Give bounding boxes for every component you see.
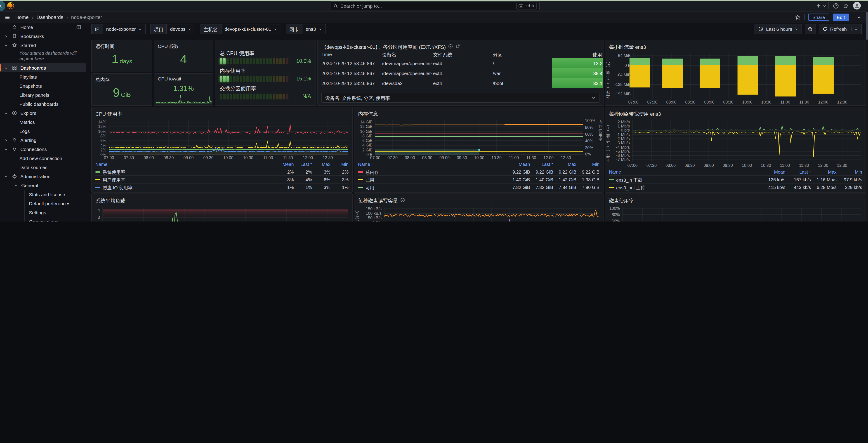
- keyboard-icon: [519, 4, 523, 8]
- panel-title[interactable]: 磁盘使用率: [609, 196, 634, 203]
- page-scrollbar[interactable]: [866, 11, 868, 222]
- legend-row[interactable]: ens3_out 上传415 kb/s443 kb/s6.28 Mb/s329 …: [609, 183, 862, 191]
- breadcrumb-home[interactable]: Home: [16, 14, 29, 20]
- variable-value[interactable]: ens3: [303, 24, 326, 34]
- search-input[interactable]: Search or jump to... ctrl+k: [330, 1, 540, 10]
- panel-usage-gauges[interactable]: 总 CPU 使用率10.0%内存使用率15.1%交换分区使用率N/A: [215, 40, 316, 106]
- mega-menu-toggle[interactable]: [4, 14, 10, 20]
- sidebar-item-connections[interactable]: Connections: [0, 145, 86, 154]
- panel-title[interactable]: 每秒网络带宽使用 ens3: [609, 109, 661, 117]
- variable-项目[interactable]: 项目devops: [150, 24, 195, 34]
- legend-row[interactable]: 系统使用率2%2%3%2%: [95, 168, 348, 176]
- panel-title[interactable]: 每秒磁盘读写容量: [358, 196, 398, 203]
- panel-title[interactable]: 内存信息: [358, 109, 378, 117]
- legend-row[interactable]: ens3_in 下载126 kb/s167 kb/s1.16 Mb/s97.9 …: [609, 176, 862, 183]
- zoom-out-button[interactable]: [805, 24, 816, 34]
- sidebar-item-alerting[interactable]: Alerting: [0, 136, 86, 145]
- star-dashboard-icon[interactable]: [795, 14, 801, 20]
- sidebar-item-bookmarks[interactable]: Bookmarks: [0, 32, 86, 41]
- edit-button[interactable]: Edit: [833, 13, 849, 21]
- disk-usage-chart[interactable]: 07:0007:3008:0008:3009:0009:3010:0010:30…: [605, 204, 866, 222]
- legend-row[interactable]: 总内存9.22 GiB9.22 GiB9.22 GiB9.22 GiB: [358, 168, 599, 176]
- sidebar-item-general[interactable]: General: [0, 181, 86, 190]
- sidebar-item-label: Administration: [20, 173, 51, 179]
- grafana-logo-icon[interactable]: [7, 2, 14, 9]
- sidebar-item-explore[interactable]: Explore: [0, 108, 86, 118]
- variable-value[interactable]: devops-k8s-cluster-01: [221, 24, 281, 34]
- add-chevron-down-icon[interactable]: [820, 2, 828, 9]
- variable-IP[interactable]: IPnode-exporter: [91, 24, 146, 34]
- table-field-select[interactable]: 设备名, 文件系统, 分区, 使用率: [321, 93, 599, 103]
- sidebar-item-dashboards[interactable]: Dashboards: [0, 63, 86, 72]
- legend-row[interactable]: 可用7.82 GiB7.82 GiB7.84 GiB7.80 GiB: [358, 183, 599, 191]
- legend-row[interactable]: 用户使用率3%4%6%3%: [95, 176, 348, 183]
- sidebar-item-label: Snapshots: [20, 83, 42, 89]
- sidebar-item-public-dashboards[interactable]: Public dashboards: [0, 99, 86, 108]
- news-rss-icon[interactable]: [843, 2, 850, 9]
- variable-value[interactable]: node-exporter: [103, 24, 145, 34]
- disk-rw-bytes-chart[interactable]: 07:0007:3008:0008:3009:0009:3010:0010:30…: [354, 204, 603, 222]
- sidebar-item-library-panels[interactable]: Library panels: [0, 90, 86, 99]
- panel-title[interactable]: 每小时流量 ens3: [609, 43, 646, 50]
- chevron-down-icon: [138, 27, 142, 31]
- panel-cpu-cores[interactable]: CPU 核数 4: [154, 40, 213, 72]
- sidebar-item-label: Home: [20, 24, 33, 30]
- cpu-usage-chart[interactable]: 07:0007:3008:0008:3009:0009:3010:0010:30…: [92, 118, 352, 161]
- org-avatar[interactable]: A: [0, 0, 5, 11]
- variable-主机名[interactable]: 主机名devops-k8s-cluster-01: [200, 24, 281, 34]
- panel-title[interactable]: 系统平均负载: [95, 196, 125, 203]
- refresh-button[interactable]: Refresh: [819, 24, 862, 34]
- share-button[interactable]: Share: [808, 13, 829, 21]
- variable-value[interactable]: devops: [167, 24, 195, 34]
- panel-total-memory[interactable]: 总内存 9GiB: [91, 73, 152, 106]
- memory-info-chart[interactable]: 07:0007:3008:0008:3009:0009:3010:0010:30…: [354, 118, 603, 161]
- panel-uptime[interactable]: 运行时间 1days: [91, 40, 152, 72]
- time-range-picker[interactable]: Last 6 hours: [755, 24, 802, 34]
- chevron-down-icon: [4, 66, 8, 70]
- breadcrumb-dashboards[interactable]: Dashboards: [36, 14, 63, 20]
- external-link-icon[interactable]: [455, 44, 460, 49]
- cpu-iowait-sparkline: [156, 93, 212, 104]
- sidebar-item-settings[interactable]: Settings: [24, 208, 86, 217]
- sidebar-item-snapshots[interactable]: Snapshots: [0, 82, 86, 90]
- info-icon[interactable]: [400, 197, 405, 202]
- dock-menu-icon[interactable]: [76, 24, 81, 30]
- scrollbar-thumb[interactable]: [866, 12, 868, 40]
- user-avatar[interactable]: [853, 2, 861, 9]
- load-average-chart[interactable]: 07:0007:3008:0008:3009:0009:3010:0010:30…: [92, 204, 352, 222]
- sidebar-item-label: Dashboards: [20, 65, 46, 70]
- sidebar-item-default-preferences[interactable]: Default preferences: [24, 199, 86, 208]
- variable-网卡[interactable]: 网卡ens3: [286, 24, 326, 34]
- sidebar-item-logs[interactable]: Logs: [0, 127, 86, 136]
- panel-partition-table[interactable]: 【devops-k8s-cluster-01】：各分区可用空间 (EXT.*/X…: [317, 40, 603, 106]
- panel-memory-info[interactable]: 内存信息 07:0007:3008:0008:3009:0009:3010:00…: [354, 107, 603, 193]
- panel-cpu-iowait[interactable]: CPU iowait 1.31%: [154, 73, 213, 106]
- partition-table: Time设备名文件系统分区使用率2024-10-29 12:58:46.867/…: [321, 50, 599, 88]
- panel-network-bandwidth[interactable]: 每秒网络带宽使用 ens3 07:0007:3008:0008:3009:000…: [605, 107, 866, 193]
- panel-title[interactable]: CPU 使用率: [95, 109, 122, 117]
- panel-hourly-traffic[interactable]: 每小时流量 ens3 07:0007:3008:0008:3009:0009:3…: [605, 40, 866, 106]
- hourly-traffic-chart[interactable]: 07:0007:3008:0008:3009:0009:3010:0010:30…: [605, 51, 866, 105]
- legend-row[interactable]: 磁盘 IO 使用率1%1%3%1%: [95, 183, 348, 191]
- panel-title[interactable]: 【devops-k8s-cluster-01】：各分区可用空间 (EXT.*/X…: [321, 43, 446, 50]
- sidebar-item-add-new-connection[interactable]: Add new connection: [0, 154, 86, 163]
- refresh-interval-chevron[interactable]: [851, 27, 858, 31]
- panel-load-average[interactable]: 系统平均负载 07:0007:3008:0008:3009:0009:3010:…: [91, 193, 352, 222]
- legend-row[interactable]: 已用1.40 GiB1.40 GiB1.42 GiB1.38 GiB: [358, 176, 599, 183]
- panel-disk-usage[interactable]: 磁盘使用率 07:0007:3008:0008:3009:0009:3010:0…: [605, 193, 866, 222]
- help-icon[interactable]: [832, 2, 839, 9]
- sidebar-item-starred[interactable]: Starred: [0, 41, 86, 50]
- network-bandwidth-chart[interactable]: 07:0007:3008:0008:3009:0009:3010:0010:30…: [605, 118, 866, 169]
- panel-cpu-usage[interactable]: CPU 使用率 07:0007:3008:0008:3009:0009:3010…: [91, 107, 352, 193]
- panel-disk-rw-bytes[interactable]: 每秒磁盘读写容量 07:0007:3008:0008:3009:0009:301…: [354, 193, 603, 222]
- collapse-toolbar-chevron-up-icon[interactable]: [857, 15, 862, 20]
- sidebar-item-home[interactable]: Home: [0, 23, 86, 32]
- sidebar-item-organizations[interactable]: Organizations: [24, 217, 86, 222]
- sidebar-item-administration[interactable]: Administration: [0, 172, 86, 181]
- sidebar-item-data-sources[interactable]: Data sources: [0, 163, 86, 172]
- sidebar-item-stats-and-license[interactable]: Stats and license: [24, 190, 86, 199]
- variable-label: 网卡: [286, 24, 303, 34]
- info-icon[interactable]: [448, 44, 453, 49]
- sidebar-item-playlists[interactable]: Playlists: [0, 72, 86, 82]
- sidebar-item-metrics[interactable]: Metrics: [0, 118, 86, 127]
